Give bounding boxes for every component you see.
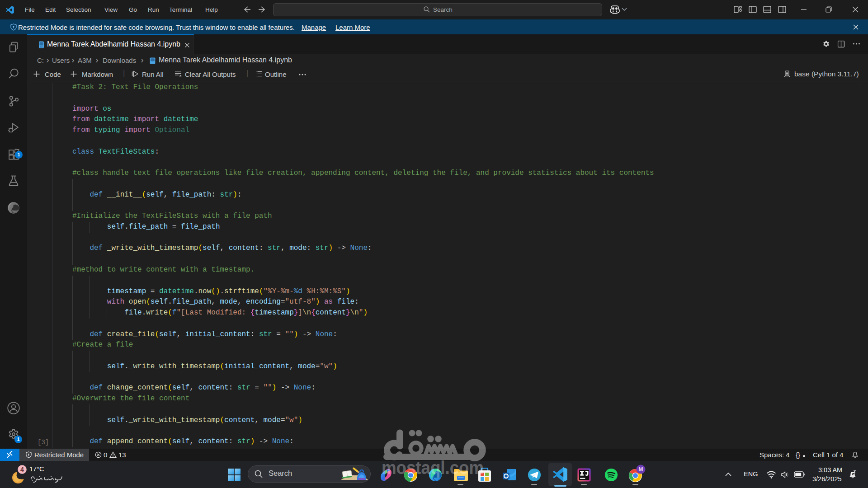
svg-text:4: 4 [20,466,24,473]
svg-text:M: M [639,466,643,473]
svg-text:mostaql.com: mostaql.com [382,458,484,478]
